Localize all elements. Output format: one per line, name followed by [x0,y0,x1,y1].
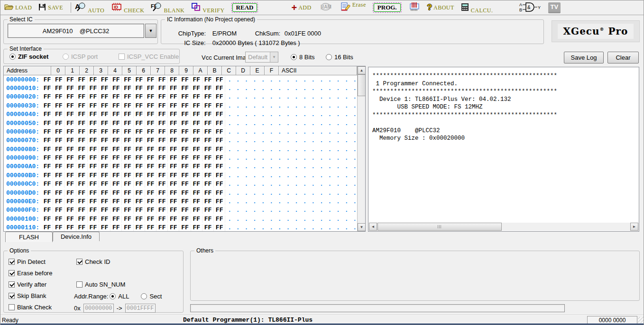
byte-cell[interactable]: FF [99,181,110,188]
byte-cell[interactable]: FF [191,172,202,179]
byte-cell[interactable]: FF [53,128,64,135]
byte-cell[interactable]: FF [64,120,76,127]
byte-cell[interactable]: FF [99,85,110,92]
byte-cell[interactable]: FF [64,76,76,83]
byte-cell[interactable]: FF [110,224,122,231]
byte-cell[interactable]: FF [156,163,168,170]
byte-cell[interactable]: FF [53,111,64,118]
byte-cell[interactable]: FF [110,172,122,179]
byte-cell[interactable]: FF [42,172,53,179]
scroll-left-button[interactable]: ◄ [369,223,377,231]
byte-cell[interactable]: FF [88,198,99,205]
byte-cell[interactable]: FF [179,190,191,197]
byte-cell[interactable]: FF [42,216,53,223]
byte-cell[interactable]: FF [202,76,214,83]
byte-cell[interactable]: FF [168,111,179,118]
byte-cell[interactable]: FF [179,111,191,118]
byte-cell[interactable]: FF [134,181,145,188]
byte-cell[interactable]: FF [53,154,64,162]
byte-cell[interactable]: FF [156,224,168,231]
byte-cell[interactable]: FF [168,76,179,83]
byte-cell[interactable]: FF [99,172,110,179]
byte-cell[interactable]: FF [156,172,168,179]
byte-cell[interactable]: FF [110,85,122,92]
byte-cell[interactable]: FF [134,128,145,135]
byte-cell[interactable]: FF [191,154,202,162]
byte-column-header[interactable]: 5 [122,66,137,75]
byte-cell[interactable]: FF [110,181,122,188]
byte-cell[interactable]: FF [88,181,99,188]
byte-cell[interactable]: FF [88,76,99,83]
byte-cell[interactable]: FF [191,198,202,205]
byte-cell[interactable]: FF [191,102,202,109]
prog-button[interactable]: PROG. [373,0,402,15]
byte-cell[interactable]: FF [156,93,168,100]
byte-cell[interactable]: FF [168,85,179,92]
byte-cell[interactable]: FF [202,111,214,118]
byte-cell[interactable]: FF [76,198,88,205]
byte-cell[interactable]: FF [145,120,156,127]
selected-ic-value[interactable]: AM29F010 @PLCC32 [8,24,144,38]
add-button[interactable]: + ADD [291,0,311,15]
hex-row[interactable]: 000000E0:FFFFFFFFFFFFFFFFFFFFFFFFFFFFFFF… [4,197,357,206]
byte-cell[interactable]: FF [214,128,225,135]
byte-cell[interactable]: FF [64,207,76,214]
byte-cell[interactable]: FF [214,172,225,179]
byte-cell[interactable]: FF [122,76,133,83]
byte-cell[interactable]: FF [88,172,99,179]
byte-cell[interactable]: FF [156,128,168,135]
byte-cell[interactable]: FF [53,190,64,197]
byte-cell[interactable]: FF [122,93,133,100]
byte-cell[interactable]: FF [156,111,168,118]
byte-cell[interactable]: FF [191,190,202,197]
byte-cell[interactable]: FF [134,137,145,144]
hex-row[interactable]: 00000020:FFFFFFFFFFFFFFFFFFFFFFFFFFFFFFF… [4,93,357,101]
byte-cell[interactable]: FF [168,207,179,214]
byte-cell[interactable]: FF [64,93,76,100]
verify-button[interactable]: VERIFY [191,0,224,15]
byte-cell[interactable]: FF [42,207,53,214]
erase-button[interactable]: Erase [341,0,366,15]
byte-cell[interactable]: FF [53,216,64,223]
byte-cell[interactable]: FF [134,190,145,197]
byte-cell[interactable]: FF [179,172,191,179]
byte-cell[interactable]: FF [202,85,214,92]
byte-cell[interactable]: FF [156,181,168,188]
byte-cell[interactable]: FF [64,128,76,135]
byte-cell[interactable]: FF [168,128,179,135]
byte-cell[interactable]: FF [168,181,179,188]
byte-cell[interactable]: FF [179,120,191,127]
byte-cell[interactable]: FF [122,128,133,135]
byte-cell[interactable]: FF [145,224,156,231]
byte-cell[interactable]: FF [134,93,145,100]
byte-cell[interactable]: FF [191,128,202,135]
hex-row[interactable]: 000000D0:FFFFFFFFFFFFFFFFFFFFFFFFFFFFFFF… [4,189,357,197]
byte-cell[interactable]: FF [134,76,145,83]
icsp-vcc-checkbox[interactable]: ICSP_VCC Enable [119,53,179,60]
bits8-radio[interactable]: 8 Bits [291,54,315,61]
byte-cell[interactable]: FF [53,172,64,179]
byte-cell[interactable]: FF [64,146,76,153]
byte-cell[interactable]: FF [214,76,225,83]
read-button[interactable]: READ [231,0,258,15]
ram-button[interactable]: RAM [318,0,334,15]
byte-cell[interactable]: FF [168,224,179,231]
byte-cell[interactable]: FF [76,76,88,83]
save-log-button[interactable]: Save Log [564,52,604,63]
byte-cell[interactable]: FF [88,102,99,109]
byte-cell[interactable]: FF [76,163,88,170]
byte-cell[interactable]: FF [134,111,145,118]
byte-cell[interactable]: FF [42,111,53,118]
byte-cell[interactable]: FF [122,207,133,214]
byte-cell[interactable]: FF [42,128,53,135]
byte-cell[interactable]: FF [76,102,88,109]
byte-cell[interactable]: FF [214,93,225,100]
verify-after-checkbox[interactable]: Verify after [9,281,46,288]
byte-cell[interactable]: FF [110,137,122,144]
byte-cell[interactable]: FF [42,102,53,109]
byte-cell[interactable]: FF [88,111,99,118]
byte-cell[interactable]: FF [99,154,110,162]
byte-cell[interactable]: FF [202,120,214,127]
byte-cell[interactable]: FF [179,181,191,188]
byte-cell[interactable]: FF [88,93,99,100]
